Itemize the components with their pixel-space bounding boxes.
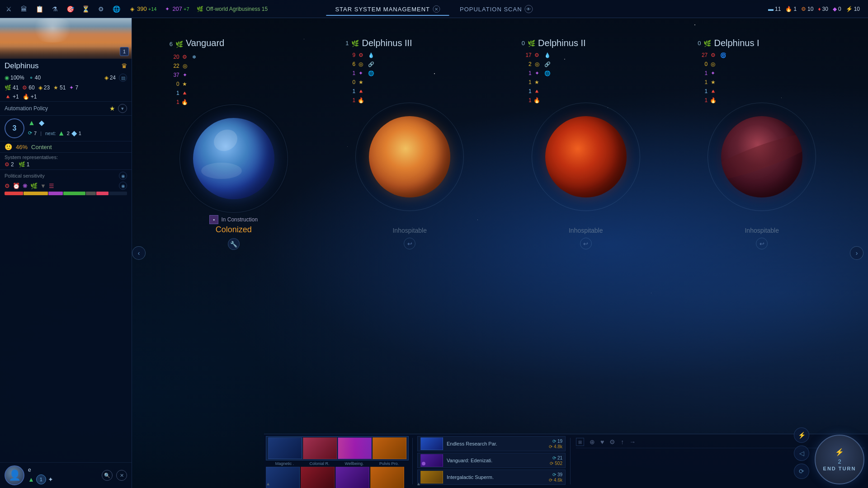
tab-population[interactable]: POPULATION SCAN 👁 <box>451 3 542 16</box>
vanguard-leaf-icon: 🌿 <box>175 41 183 48</box>
d2-s3-icon: ✦ <box>533 70 541 76</box>
icon-flask[interactable]: ⚗ <box>50 4 60 14</box>
d3-s5-icon: 🔺 <box>357 88 364 94</box>
queue-icons-row: ▲ ◆ <box>28 118 81 127</box>
vanguard-title-row: 6 🌿 Vanguard <box>170 38 298 50</box>
tab-star-system-close[interactable]: ✕ <box>433 5 440 13</box>
nav-arrow-left[interactable]: ‹ <box>132 246 146 260</box>
political-info-btn[interactable]: ◉ <box>119 172 127 180</box>
d3-stat-4: 0 ★ <box>345 78 474 86</box>
br-grid-icon[interactable]: ⊞ <box>576 438 584 446</box>
d1-stat-5: 1 🔺 <box>698 87 826 95</box>
br-scope-icon[interactable]: ⊕ <box>590 438 595 446</box>
d3-status-icon[interactable]: ↩ <box>404 238 415 249</box>
queue-label-3: Wellbeing. <box>337 461 371 466</box>
queue-thumb-5[interactable] <box>266 467 300 488</box>
research-thumb-1 <box>420 437 443 450</box>
queue-thumb-3[interactable] <box>338 437 372 459</box>
queue-label-4: Pulvis Pro. <box>372 461 406 466</box>
research-item-3[interactable]: Intergalactic Superm. ⟳ 39 ⟳ 4.6k <box>417 469 566 485</box>
d2-num: 0 <box>522 40 525 47</box>
research-item-1[interactable]: Endless Research Par. ⟳ 19 ⟳ 4.8k <box>417 436 566 451</box>
treasury-expand-btn[interactable]: ▤ <box>119 74 127 82</box>
purple-plus: +7 <box>184 6 189 12</box>
d1-sphere[interactable] <box>721 116 802 197</box>
br-arrow-icon[interactable]: → <box>629 438 636 446</box>
d2-status-icon[interactable]: ↩ <box>580 238 592 249</box>
pol-bar-2 <box>24 192 48 195</box>
queue-after-val: 1 <box>79 131 81 136</box>
bottom-center-expand-icon[interactable]: ▲ <box>416 481 421 486</box>
tab-population-icon[interactable]: 👁 <box>525 5 533 13</box>
end-turn-button[interactable]: ⚡ 2 END TURN <box>815 435 864 484</box>
queue-thumb-1[interactable] <box>268 437 302 459</box>
br-gear-icon[interactable]: ⚙ <box>609 438 615 446</box>
d2-sphere[interactable] <box>545 116 627 197</box>
pol-icon-1: ⚙ <box>5 183 10 189</box>
queue-thumb-4[interactable] <box>373 437 406 459</box>
top-bar-icons[interactable]: ⚔ 🏛 📋 ⚗ 🎯 ⏳ ⚙ 🌐 <box>4 4 121 14</box>
side-btn-3[interactable]: ⟳ <box>794 464 809 479</box>
tab-star-system[interactable]: STAR SYSTEM MANAGEMENT ✕ <box>326 3 449 16</box>
br-heart-icon[interactable]: ♥ <box>600 438 604 446</box>
nav-arrow-right[interactable]: › <box>850 246 863 260</box>
blue-res: ▬ 11 <box>768 6 781 12</box>
vanguard-wrench-icon[interactable]: 🔧 <box>228 238 240 250</box>
queue-thumb-2[interactable] <box>303 437 337 459</box>
planet-column-d3: 1 🌿 Delphinus III 9 ⚙ 💧 6 ◎ 🔗 1 ✦ <box>342 36 477 249</box>
d2-stat-5: 1 🔺 <box>522 87 650 95</box>
automation-dropdown[interactable]: ▾ <box>118 104 127 113</box>
d2-s3-extra: 🌐 <box>544 70 551 76</box>
bottom-left-expand-icon[interactable]: ▲ <box>266 481 270 486</box>
pol-detail-btn[interactable]: ◉ <box>119 182 127 190</box>
prod2-icon: ⚙ <box>22 84 27 91</box>
gold-value: 390 <box>137 5 147 12</box>
planet-badge-num: 1 <box>123 49 126 54</box>
d3-inhospitable-text: Inhospitable <box>392 227 427 234</box>
queue-labels-row-1: Magnetic . Colonial R. Wellbeing. Pulvis… <box>266 461 409 466</box>
pol-bar-4 <box>63 192 85 195</box>
agent-close-btn[interactable]: ✕ <box>116 470 127 481</box>
research-coin-icon-1: ⟳ <box>549 444 552 449</box>
star-val: 51 <box>60 84 66 91</box>
icon-gear[interactable]: ⚙ <box>96 4 106 14</box>
d1-s2-num: 0 <box>698 61 708 67</box>
br-up-icon[interactable]: ↑ <box>621 438 624 446</box>
icon-clipboard[interactable]: 📋 <box>34 4 44 14</box>
planet-minor-row: 🔺 +1 🔥 +1 <box>0 92 132 101</box>
icon-sword[interactable]: ⚔ <box>4 4 14 14</box>
queue-thumb-6[interactable] <box>301 467 335 488</box>
prod2-stat: ⚙ 60 <box>22 84 34 91</box>
automation-icons: ★ ▾ <box>109 104 127 113</box>
vanguard-sphere[interactable] <box>193 118 274 199</box>
research-item-2[interactable]: Vanguard: Edenizati. ⟳ 21 ⟳ 502 <box>417 453 566 468</box>
vanguard-s6-num: 1 <box>170 99 179 105</box>
morale-icon: ◉ <box>5 75 9 81</box>
agent-controls[interactable]: ▲ 1 ✦ <box>28 474 98 484</box>
d3-stat-1: 9 ⚙ 💧 <box>345 51 474 59</box>
treasury-icon: ◈ <box>104 75 108 81</box>
d1-status-icon[interactable]: ↩ <box>756 238 768 249</box>
d2-s5-num: 1 <box>522 88 532 94</box>
vanguard-s1-icon: ⚙ <box>181 54 189 60</box>
queue-thumb-7[interactable] <box>335 467 369 488</box>
vanguard-stat-5: 1 🔺 <box>170 89 298 97</box>
d1-s3-icon: ✦ <box>709 70 717 76</box>
icon-timer[interactable]: ⏳ <box>80 4 90 14</box>
d1-s5-num: 1 <box>698 88 708 94</box>
side-btn-1[interactable]: ⚡ <box>794 427 809 443</box>
side-btn-2[interactable]: ◁ <box>794 446 809 461</box>
vanguard-s4-num: 0 <box>170 81 179 87</box>
d1-s2-icon: ◎ <box>709 61 717 67</box>
end-turn-lightning-icon: ⚡ <box>835 448 844 456</box>
queue-thumb-8[interactable] <box>370 467 404 488</box>
pol-bar-5 <box>86 192 96 195</box>
agent-search-btn[interactable]: 🔍 <box>102 470 113 481</box>
purple2-res: ◆ 0 <box>833 6 841 12</box>
icon-globe[interactable]: 🌐 <box>111 4 121 14</box>
d2-s4-num: 1 <box>522 79 532 85</box>
icon-building[interactable]: 🏛 <box>19 4 29 14</box>
icon-target[interactable]: 🎯 <box>65 4 75 14</box>
research-thumb-3 <box>420 471 443 483</box>
d3-sphere[interactable] <box>369 116 450 197</box>
